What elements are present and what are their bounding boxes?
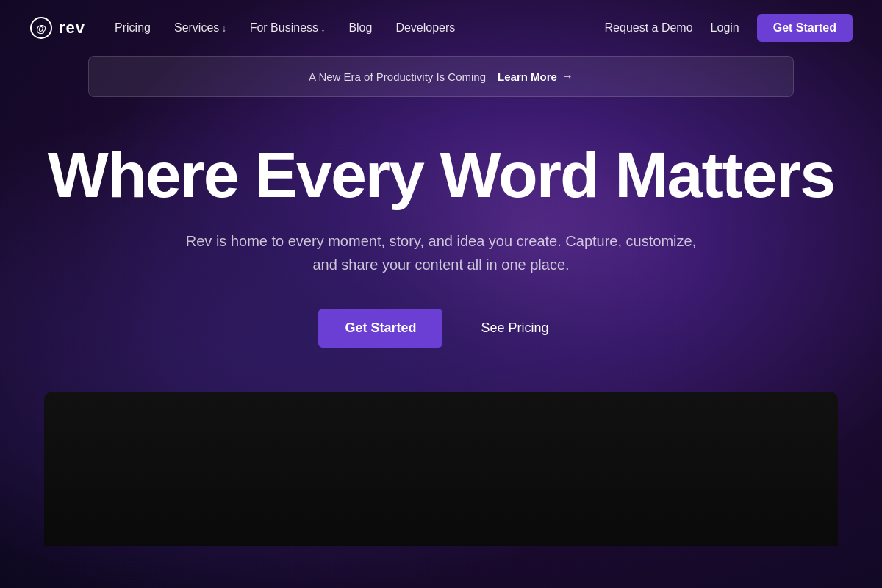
nav-link-for-business[interactable]: For Business: [250, 21, 326, 34]
product-preview: [44, 392, 838, 546]
nav-item-developers[interactable]: Developers: [395, 21, 455, 35]
banner-learn-more-link[interactable]: Learn More →: [498, 70, 573, 83]
hero-section: Where Every Word Matters Rev is home to …: [0, 97, 882, 377]
nav-item-for-business[interactable]: For Business: [250, 21, 326, 35]
nav-item-pricing[interactable]: Pricing: [115, 21, 151, 35]
banner-link-label: Learn More: [498, 71, 557, 83]
hero-subtitle-line1: Rev is home to every moment, story, and …: [186, 233, 696, 249]
navbar: @ rev Pricing Services For Business Blog…: [0, 0, 882, 56]
announcement-banner: A New Era of Productivity Is Coming Lear…: [88, 56, 794, 97]
hero-subtitle-line2: and share your content all in one place.: [312, 257, 569, 273]
hero-subtitle: Rev is home to every moment, story, and …: [29, 229, 853, 276]
preview-content: [44, 392, 838, 546]
nav-links: Pricing Services For Business Blog Devel…: [115, 21, 455, 35]
banner-text: A New Era of Productivity Is Coming: [309, 71, 486, 83]
logo-text: rev: [59, 18, 85, 37]
nav-link-pricing[interactable]: Pricing: [115, 21, 151, 34]
hero-cta-group: Get Started See Pricing: [29, 309, 853, 348]
nav-link-developers[interactable]: Developers: [395, 21, 455, 34]
request-demo-link[interactable]: Request a Demo: [605, 21, 693, 35]
banner-arrow-icon: →: [562, 70, 573, 83]
logo-icon: @: [29, 16, 53, 40]
svg-text:@: @: [36, 23, 46, 35]
nav-right: Request a Demo Login Get Started: [605, 14, 853, 42]
nav-item-blog[interactable]: Blog: [348, 21, 372, 35]
nav-link-blog[interactable]: Blog: [348, 21, 372, 34]
nav-link-services[interactable]: Services: [174, 21, 226, 34]
nav-item-services[interactable]: Services: [174, 21, 226, 35]
nav-left: @ rev Pricing Services For Business Blog…: [29, 16, 455, 40]
logo-link[interactable]: @ rev: [29, 16, 85, 40]
hero-title: Where Every Word Matters: [29, 141, 853, 209]
get-started-hero-button[interactable]: Get Started: [318, 309, 442, 348]
login-link[interactable]: Login: [711, 21, 739, 35]
get-started-nav-button[interactable]: Get Started: [757, 14, 853, 42]
see-pricing-button[interactable]: See Pricing: [466, 309, 563, 348]
